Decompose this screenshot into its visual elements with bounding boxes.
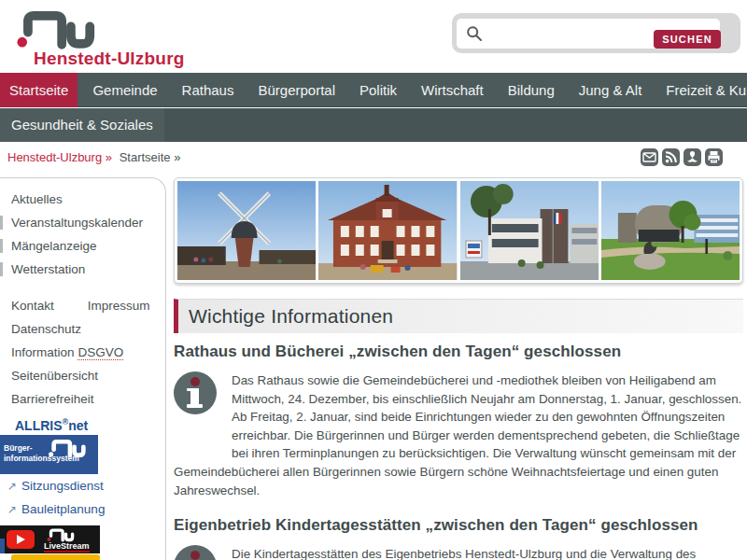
page-tools [641,148,723,166]
breadcrumb-home-link[interactable]: Henstedt-Ulzburg » [7,150,112,164]
livestream-label: LiveStream [44,541,90,553]
nav-item-gesundheit-und-soziales[interactable]: Gesundheit & Soziales [0,108,164,142]
site-name: Henstedt-Ulzburg [34,49,185,69]
section-header: Wichtige Informationen [174,299,743,333]
print-icon[interactable] [705,148,723,166]
photo-banner [174,177,743,284]
sidebar-item-aktuelles[interactable]: Aktuelles [0,188,165,211]
sidebar-item-allris-net[interactable]: ALLRIS®net [0,411,165,433]
sidebar-item-veranstaltungskalender[interactable]: Veranstaltungskalender [0,211,165,234]
article-text: Das Rathaus sowie die Gemeindebücherei u… [174,371,746,499]
info-icon [174,545,217,560]
banner-photo-windmill [177,181,316,280]
pdf-icon[interactable] [684,148,701,166]
banner-photo-modern-office [460,181,599,280]
youtube-play-icon [7,530,35,549]
nav-item-rathaus[interactable]: Rathaus [173,73,244,107]
nav-item-freizeit-und-kultur[interactable]: Freizeit & Kultur [656,73,747,107]
nav-item-gemeinde[interactable]: Gemeinde [83,73,166,107]
external-link-icon: ↗ [7,480,17,493]
breadcrumb: Henstedt-Ulzburg » Startseite » [7,150,180,164]
article-text: Die Kindertagesstätten des Eigenbetriebs… [174,545,746,560]
sidebar-item-seitenuebersicht[interactable]: Seitenübersicht [0,364,165,387]
search-field: SUCHEN [457,19,720,49]
sidebar-item-information-dsgvo[interactable]: InformationDSGVO [0,341,165,364]
sidebar-item-bauleitplanung[interactable]: ↗Bauleitplanung [0,497,165,521]
page: Henstedt-Ulzburg SUCHEN Startseite Gemei… [0,0,747,560]
sidebar-item-sitzungsdienst[interactable]: ↗Sitzungsdienst [0,474,165,497]
buergerinformationssystem-banner[interactable]: Bürger- informationssystem [0,435,98,474]
search-box: SUCHEN [452,13,740,53]
site-logo[interactable]: Henstedt-Ulzburg [7,4,204,71]
partial-widget-marker [0,539,5,553]
sidebar-item-impressum[interactable]: Impressum [77,294,150,317]
main-navigation: Startseite Gemeinde Rathaus Bürgerportal… [0,73,747,107]
article-body: Das Rathaus sowie die Gemeindebücherei u… [174,371,746,499]
youtube-livestream-banner[interactable]: LiveStream [0,525,100,553]
page-title: Wichtige Informationen [178,300,743,333]
nav-item-politik[interactable]: Politik [350,73,406,107]
rss-icon[interactable] [662,148,680,166]
hu-logo-icon [44,527,78,542]
breadcrumb-current-link[interactable]: Startseite » [120,150,181,164]
hu-logo-icon [9,7,103,50]
article-body: Die Kindertagesstätten des Eigenbetriebs… [174,545,746,560]
banner-photo-round-building [601,181,740,280]
partial-widget-top-bar [11,554,100,560]
search-submit-button[interactable]: SUCHEN [654,30,721,49]
sidebar-item-barrierefreiheit[interactable]: Barrierefreiheit [0,387,165,411]
info-icon [174,371,217,414]
article-title[interactable]: Rathaus und Bücherei „zwischen den Tagen… [174,343,745,361]
nav-item-jung-und-alt[interactable]: Jung & Alt [570,73,652,107]
sidebar-item-wetterstation[interactable]: Wetterstation [0,258,165,281]
sidebar-item-maengelanzeige[interactable]: Mängelanzeige [0,234,165,258]
article-title[interactable]: Eigenbetrieb Kindertagesstätten „zwische… [174,516,745,535]
external-link-icon: ↗ [7,503,17,516]
sidebar: Aktuelles Veranstaltungskalender Mängela… [0,177,166,560]
nav-item-startseite[interactable]: Startseite [0,73,78,107]
buergerinfo-label: Bürger- informationssystem [4,443,79,464]
nav-item-buergerportal[interactable]: Bürgerportal [248,73,345,107]
main-navigation-row2: Gesundheit & Soziales [0,108,747,142]
sidebar-item-kontakt[interactable]: Kontakt [0,294,54,317]
email-icon[interactable] [641,148,658,166]
nav-item-wirtschaft[interactable]: Wirtschaft [412,73,493,107]
nav-item-bildung[interactable]: Bildung [499,73,564,107]
search-input[interactable] [488,21,638,47]
search-icon [466,25,483,42]
banner-photo-historic-school [318,181,457,280]
dsgvo-highlight: DSGVO [78,345,124,359]
sidebar-item-datenschutz[interactable]: Datenschutz [0,317,165,341]
